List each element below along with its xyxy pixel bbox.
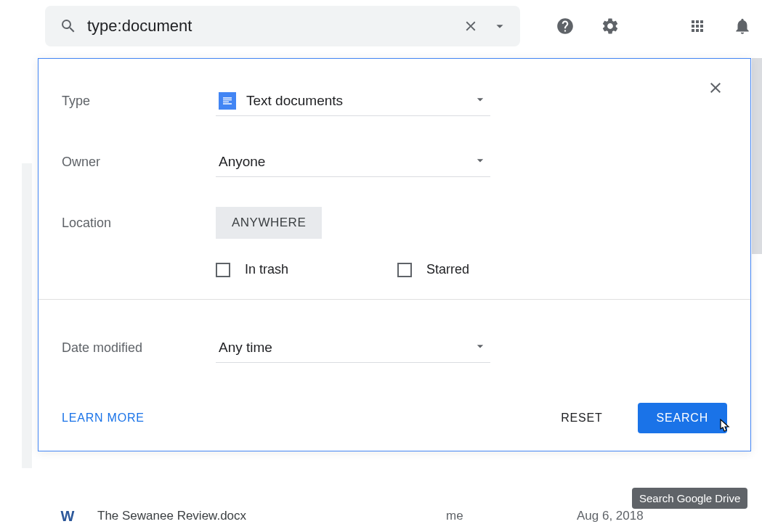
close-panel-button[interactable] bbox=[701, 73, 730, 102]
chevron-down-icon bbox=[473, 339, 487, 356]
location-chip[interactable]: ANYWHERE bbox=[216, 207, 322, 239]
reset-button[interactable]: RESET bbox=[561, 412, 602, 425]
divider bbox=[38, 299, 750, 300]
in-trash-checkbox[interactable]: In trash bbox=[216, 262, 288, 277]
date-modified-value: Any time bbox=[219, 340, 473, 356]
file-date: Aug 6, 2018 bbox=[577, 509, 644, 523]
owner-select[interactable]: Anyone bbox=[216, 147, 490, 177]
learn-more-link[interactable]: LEARN MORE bbox=[62, 412, 145, 425]
search-icon bbox=[60, 17, 77, 35]
settings-icon[interactable] bbox=[596, 12, 625, 41]
apps-icon[interactable] bbox=[683, 12, 712, 41]
file-row[interactable]: W The Sewanee Review.docx me Aug 6, 2018 bbox=[60, 508, 728, 524]
chevron-down-icon bbox=[473, 92, 487, 110]
cursor-hand-icon bbox=[714, 417, 734, 438]
checkbox-icon bbox=[216, 263, 230, 277]
checkbox-icon bbox=[397, 263, 412, 277]
search-box[interactable] bbox=[45, 6, 520, 46]
location-label: Location bbox=[62, 216, 216, 231]
type-value: Text documents bbox=[246, 93, 473, 109]
date-modified-label: Date modified bbox=[62, 340, 216, 356]
search-options-dropdown[interactable] bbox=[485, 12, 514, 41]
search-input[interactable] bbox=[77, 17, 456, 36]
starred-checkbox[interactable]: Starred bbox=[397, 262, 469, 277]
type-select[interactable]: Text documents bbox=[216, 86, 490, 116]
owner-value: Anyone bbox=[219, 154, 473, 170]
chevron-down-icon bbox=[473, 153, 487, 171]
file-name: The Sewanee Review.docx bbox=[97, 509, 446, 523]
date-modified-select[interactable]: Any time bbox=[216, 333, 490, 363]
search-tooltip: Search Google Drive bbox=[632, 488, 747, 509]
help-icon[interactable] bbox=[551, 12, 580, 41]
document-icon bbox=[219, 92, 236, 110]
scrollbar[interactable] bbox=[752, 58, 762, 254]
advanced-search-panel: Type Text documents Owner Anyone Locatio… bbox=[38, 58, 751, 451]
notifications-icon[interactable] bbox=[728, 12, 757, 41]
starred-label: Starred bbox=[426, 262, 469, 277]
owner-label: Owner bbox=[62, 155, 216, 170]
type-label: Type bbox=[62, 94, 216, 109]
clear-search-button[interactable] bbox=[456, 12, 485, 41]
file-owner: me bbox=[446, 509, 577, 523]
in-trash-label: In trash bbox=[245, 262, 288, 277]
word-icon: W bbox=[60, 508, 76, 524]
